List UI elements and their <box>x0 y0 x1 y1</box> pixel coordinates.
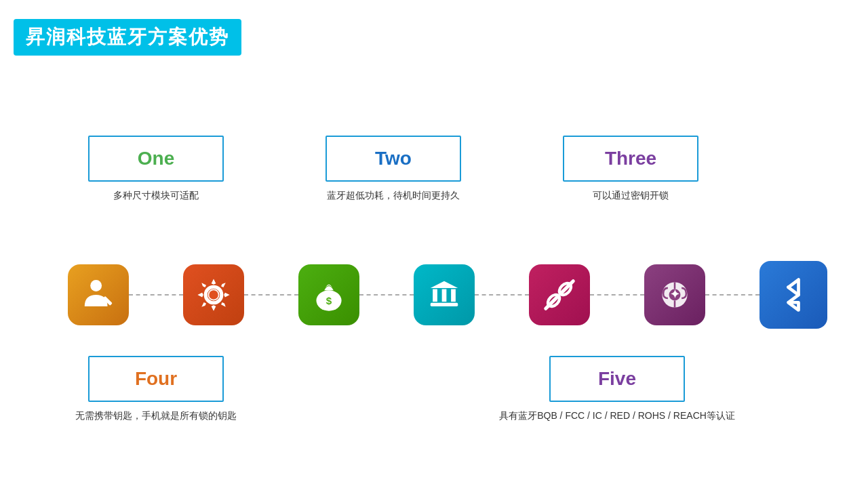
dashed-line-5 <box>590 294 644 296</box>
svg-point-13 <box>442 283 446 286</box>
dashed-line-2 <box>244 294 298 296</box>
dashed-line-6 <box>705 294 760 296</box>
svg-rect-10 <box>442 289 447 302</box>
box-four-label: Four <box>135 368 177 390</box>
box-four-subtext: 无需携带钥匙，手机就是所有锁的钥匙 <box>75 410 237 422</box>
box-three-item: Three 可以通过密钥开锁 <box>556 136 705 202</box>
bank-building-icon <box>414 264 475 325</box>
box-two-label: Two <box>375 148 412 169</box>
top-boxes-row: One 多种尺寸模块可适配 Two 蓝牙超低功耗，待机时间更持久 Three 可… <box>81 136 814 202</box>
gear-settings-icon <box>183 264 244 325</box>
box-five-item: Five 具有蓝牙BQB / FCC / IC / RED / ROHS / R… <box>542 356 692 422</box>
page-title: 昇润科技蓝牙方案优势 <box>26 26 229 47</box>
box-one: One <box>88 136 224 182</box>
box-two: Two <box>326 136 461 182</box>
bluetooth-icon <box>760 261 827 329</box>
person-write-icon <box>68 264 129 325</box>
box-one-item: One 多种尺寸模块可适配 <box>81 136 231 202</box>
svg-text:$: $ <box>326 295 332 306</box>
svg-point-0 <box>90 280 102 291</box>
svg-rect-12 <box>431 303 458 306</box>
box-three-label: Three <box>605 148 656 169</box>
box-five-label: Five <box>598 368 636 390</box>
dashed-line-4 <box>475 294 529 296</box>
brain-puzzle-icon: ✦ <box>644 264 705 325</box>
dashed-line-3 <box>359 294 414 296</box>
svg-rect-9 <box>433 289 437 302</box>
svg-rect-11 <box>451 289 456 302</box>
money-bag-icon: $ <box>298 264 359 325</box>
box-two-item: Two 蓝牙超低功耗，待机时间更持久 <box>319 136 468 202</box>
svg-point-5 <box>209 290 218 300</box>
chain-link-icon <box>529 264 590 325</box>
box-five-subtext: 具有蓝牙BQB / FCC / IC / RED / ROHS / REACH等… <box>499 410 735 422</box>
box-one-label: One <box>138 148 174 169</box>
bottom-boxes-row: Four 无需携带钥匙，手机就是所有锁的钥匙 Five 具有蓝牙BQB / FC… <box>81 356 814 422</box>
box-four: Four <box>88 356 224 402</box>
box-one-subtext: 多种尺寸模块可适配 <box>113 190 199 202</box>
icons-row: $ ✦ <box>68 261 827 329</box>
box-five: Five <box>549 356 685 402</box>
svg-text:✦: ✦ <box>670 288 679 301</box>
title-bar: 昇润科技蓝牙方案优势 <box>14 19 241 56</box>
box-three-subtext: 可以通过密钥开锁 <box>593 190 669 202</box>
box-two-subtext: 蓝牙超低功耗，待机时间更持久 <box>327 190 460 202</box>
dashed-line-1 <box>129 294 183 296</box>
box-three: Three <box>563 136 698 182</box>
box-four-item: Four 无需携带钥匙，手机就是所有锁的钥匙 <box>81 356 231 422</box>
